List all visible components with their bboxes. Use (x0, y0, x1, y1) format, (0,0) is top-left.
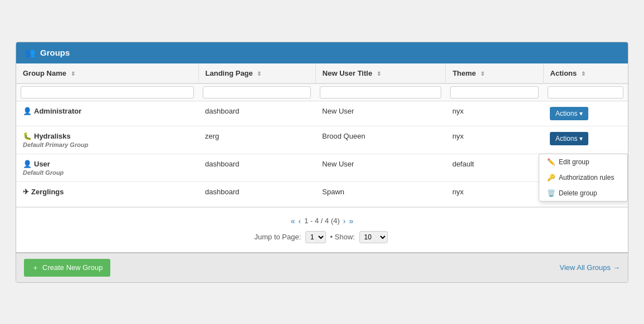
groups-icon: 👥 (25, 48, 36, 58)
pager: « ‹ 1 - 4 / 4 (4) › » (291, 217, 354, 225)
first-page-button[interactable]: « (291, 217, 295, 225)
arrow-right-icon: → (613, 263, 620, 272)
filter-row (16, 84, 628, 101)
actions-button-row-1[interactable]: Actions ▾ (550, 107, 588, 120)
table-body: 👤AdministratordashboardNew UsernyxAction… (16, 101, 628, 207)
filter-new-user-title[interactable] (320, 86, 441, 99)
pagination-area: « ‹ 1 - 4 / 4 (4) › » Jump to Page: 1 • … (16, 207, 628, 252)
actions-dropdown-row-2: ✏️Edit group🔑Authorization rules🗑️Delete… (539, 154, 628, 202)
plus-icon: ＋ (32, 263, 39, 273)
col-new-user-title[interactable]: New User Title ⇕ (315, 63, 446, 84)
panel-body: Group Name ⇕ Landing Page ⇕ New User Tit… (16, 63, 628, 252)
theme-cell: default (446, 154, 543, 181)
group-name-value: ✈Zerglings (23, 188, 64, 196)
jump-page-select[interactable]: 1 (305, 231, 326, 243)
group-name-value: 👤UserDefault Group (23, 160, 192, 176)
menu-icon: 🗑️ (547, 189, 555, 197)
view-all-groups-link[interactable]: View All Groups → (559, 263, 620, 272)
filter-actions[interactable] (548, 86, 623, 99)
panel-title: Groups (40, 48, 70, 57)
dropdown-caret: ▾ (579, 110, 583, 117)
sort-icon-theme: ⇕ (480, 71, 485, 77)
theme-cell: nyx (446, 126, 543, 154)
sort-icon-actions: ⇕ (581, 71, 586, 77)
group-name-value: 🐛HydralisksDefault Primary Group (23, 132, 192, 148)
filter-group-name[interactable] (21, 86, 194, 99)
jump-label: Jump to Page: (254, 233, 301, 241)
group-name-cell: 🐛HydralisksDefault Primary Group (16, 126, 198, 154)
create-button-label: Create New Group (42, 263, 103, 272)
col-group-name-label: Group Name (23, 69, 66, 77)
new-user-title-cell: New User (315, 154, 446, 181)
actions-cell: Actions ▾✏️Edit group🔑Authorization rule… (543, 101, 628, 126)
pagination-info: 1 - 4 / 4 (4) (304, 217, 340, 225)
col-landing-page-label: Landing Page (206, 69, 253, 77)
actions-label: Actions (555, 135, 577, 143)
dropdown-caret: ▾ (579, 135, 583, 143)
filter-theme[interactable] (450, 86, 539, 99)
table-row: 👤AdministratordashboardNew UsernyxAction… (16, 101, 628, 126)
new-user-title-cell: New User (315, 101, 446, 126)
menu-icon: ✏️ (547, 158, 555, 166)
groups-table: Group Name ⇕ Landing Page ⇕ New User Tit… (16, 63, 628, 207)
sort-icon-landing: ⇕ (257, 71, 261, 77)
footer-bar: ＋ Create New Group View All Groups → (16, 252, 628, 282)
col-theme[interactable]: Theme ⇕ (446, 63, 543, 84)
col-actions: Actions ⇕ (543, 63, 628, 84)
filter-landing-page[interactable] (203, 86, 311, 99)
prev-page-button[interactable]: ‹ (299, 217, 301, 225)
dropdown-item-delete-group[interactable]: 🗑️Delete group (539, 185, 627, 201)
jump-separator: • (330, 233, 333, 241)
jump-area: Jump to Page: 1 • Show: 102550100 (25, 231, 619, 243)
actions-button-row-2[interactable]: Actions ▾ (550, 132, 588, 145)
sort-icon-title: ⇕ (377, 71, 381, 77)
landing-page-cell: dashboard (198, 101, 315, 126)
theme-cell: nyx (446, 181, 543, 207)
sort-icon-group: ⇕ (71, 71, 75, 77)
dropdown-item-edit-group[interactable]: ✏️Edit group (539, 154, 627, 170)
table-row: 👤UserDefault GroupdashboardNew Userdefau… (16, 154, 628, 181)
col-new-user-title-label: New User Title (323, 69, 372, 77)
col-actions-label: Actions (550, 69, 577, 77)
theme-cell: nyx (446, 101, 543, 126)
landing-page-cell: dashboard (198, 154, 315, 181)
new-user-title-cell: Spawn (315, 181, 446, 207)
landing-page-cell: zerg (198, 126, 315, 154)
new-user-title-cell: Brood Queen (315, 126, 446, 154)
user-icon: 👤 (23, 107, 32, 115)
menu-icon: 🔑 (547, 174, 555, 181)
show-label: Show: (335, 233, 355, 241)
table-row: ✈ZerglingsdashboardSpawnnyxActions ▾✏️Ed… (16, 181, 628, 207)
table-row: 🐛HydralisksDefault Primary GroupzergBroo… (16, 126, 628, 154)
col-group-name[interactable]: Group Name ⇕ (16, 63, 198, 84)
group-subtitle: Default Primary Group (23, 141, 192, 148)
panel-header: 👥 Groups (16, 42, 628, 63)
landing-page-cell: dashboard (198, 181, 315, 207)
group-name-cell: 👤Administrator (16, 101, 198, 126)
view-all-label: View All Groups (559, 263, 611, 272)
group-name-value: 👤Administrator (23, 107, 81, 115)
col-landing-page[interactable]: Landing Page ⇕ (198, 63, 315, 84)
last-page-button[interactable]: » (349, 217, 353, 225)
table-header-row: Group Name ⇕ Landing Page ⇕ New User Tit… (16, 63, 628, 84)
next-page-button[interactable]: › (343, 217, 346, 225)
col-theme-label: Theme (452, 69, 476, 77)
actions-label: Actions (555, 110, 577, 117)
hydralisks-icon: 🐛 (23, 132, 32, 140)
group-name-cell: ✈Zerglings (16, 181, 198, 207)
groups-panel: 👥 Groups Group Name ⇕ Landing Page ⇕ New… (16, 42, 628, 283)
actions-cell: Actions ▾✏️Edit group🔑Authorization rule… (543, 126, 628, 154)
show-count-select[interactable]: 102550100 (359, 231, 388, 243)
zergling-icon: ✈ (23, 188, 29, 196)
create-new-group-button[interactable]: ＋ Create New Group (24, 259, 110, 277)
user-icon: 👤 (23, 160, 32, 168)
group-subtitle: Default Group (23, 169, 192, 176)
group-name-cell: 👤UserDefault Group (16, 154, 198, 181)
dropdown-item-authorization-rules[interactable]: 🔑Authorization rules (539, 170, 627, 185)
